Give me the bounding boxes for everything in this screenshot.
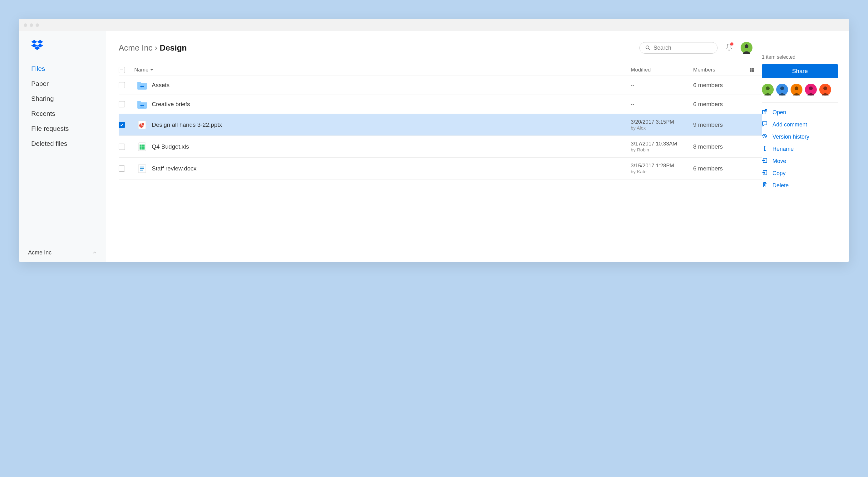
history-icon [762,133,768,140]
svg-point-28 [795,87,798,90]
row-checkbox[interactable] [119,82,125,88]
action-label: Delete [772,182,789,189]
notification-badge [730,42,734,45]
table-row[interactable]: Creative briefs -- 6 members [119,95,762,114]
member-avatar[interactable] [776,84,788,96]
action-label: Move [772,158,786,164]
account-name: Acme Inc [28,249,52,256]
svg-point-8 [143,86,144,87]
column-header-name[interactable]: Name [134,67,631,73]
delete-action[interactable]: Delete [762,182,838,189]
table-row[interactable]: Design all hands 3-22.pptx 3/20/2017 3:1… [119,114,762,135]
share-button[interactable]: Share [762,64,838,78]
svg-point-27 [780,87,784,90]
svg-rect-13 [140,145,141,146]
notifications-button[interactable] [725,43,733,52]
column-header-modified[interactable]: Modified [631,67,693,73]
dropbox-logo-icon[interactable] [19,40,106,61]
breadcrumb: Acme Inc › Design [119,43,187,53]
move-action[interactable]: Move [762,158,838,165]
chevron-up-icon [93,249,96,256]
file-members: 8 members [693,143,749,150]
content-area: Acme Inc › Design Search [106,31,762,262]
svg-rect-5 [750,70,751,72]
breadcrumb-parent[interactable]: Acme Inc [119,43,152,53]
row-checkbox[interactable] [119,165,125,172]
window-close-dot[interactable] [24,24,27,27]
window-minimize-dot[interactable] [30,24,33,27]
file-modified: -- [631,82,693,88]
file-table: Name Modified Members Assets -- [119,64,762,180]
svg-rect-4 [752,68,754,70]
sidebar-item-file-requests[interactable]: File requests [19,121,106,136]
member-avatars [762,84,838,103]
file-members: 6 members [693,165,749,172]
open-action[interactable]: Open [762,109,838,116]
table-row[interactable]: Q4 Budget.xls 3/17/2017 10:33AM by Robin… [119,135,762,157]
file-name: Assets [150,82,631,89]
table-row[interactable]: Assets -- 6 members [119,75,762,95]
action-label: Add comment [772,121,807,128]
history-action[interactable]: Version history [762,133,838,140]
svg-line-1 [649,49,650,50]
member-avatar[interactable] [805,84,817,96]
window-titlebar [19,19,849,31]
breadcrumb-separator: › [155,43,158,53]
file-members: 9 members [693,121,749,128]
search-input[interactable]: Search [640,42,717,54]
row-checkbox[interactable] [119,122,125,128]
sidebar-item-recents[interactable]: Recents [19,106,106,121]
svg-rect-21 [143,148,145,150]
row-checkbox[interactable] [119,101,125,107]
member-avatar[interactable] [790,84,802,96]
account-switcher[interactable]: Acme Inc [19,243,106,262]
svg-point-0 [646,46,649,49]
file-name: Creative briefs [150,101,631,108]
table-header: Name Modified Members [119,64,762,75]
xls-icon [134,142,150,151]
svg-rect-19 [140,148,141,150]
file-name: Staff review.docx [150,165,631,172]
sidebar-item-paper[interactable]: Paper [19,76,106,91]
select-all-checkbox[interactable] [119,67,125,73]
view-toggle-button[interactable] [749,67,762,72]
member-avatar[interactable] [762,84,774,96]
ppt-icon [134,120,150,130]
svg-rect-16 [140,147,141,148]
sidebar: Files Paper Sharing Recents File request… [19,31,106,262]
copy-action[interactable]: Copy [762,170,838,177]
page-header: Acme Inc › Design Search [119,42,762,54]
sidebar-item-sharing[interactable]: Sharing [19,91,106,106]
svg-point-10 [143,105,144,106]
svg-rect-14 [142,145,143,146]
action-label: Rename [772,146,794,152]
window-maximize-dot[interactable] [36,24,39,27]
svg-point-2 [745,44,748,48]
comment-icon [762,121,768,128]
search-placeholder: Search [653,45,671,51]
action-label: Open [772,109,786,116]
file-modified: 3/20/2017 3:15PM by Alex [631,119,693,130]
selection-count: 1 item selected [762,54,838,60]
row-checkbox[interactable] [119,144,125,150]
svg-rect-3 [750,68,751,70]
open-icon [762,109,768,116]
column-header-members[interactable]: Members [693,67,749,73]
app-window: Files Paper Sharing Recents File request… [19,19,849,262]
sort-down-icon [150,68,153,71]
file-name: Design all hands 3-22.pptx [150,121,631,128]
folder-shared-icon [134,100,150,108]
user-avatar[interactable] [741,42,752,54]
doc-icon [134,164,150,173]
table-row[interactable]: Staff review.docx 3/15/2017 1:28PM by Ka… [119,157,762,180]
copy-icon [762,170,768,177]
file-modified: 3/15/2017 1:28PM by Kate [631,163,693,174]
comment-action[interactable]: Add comment [762,121,838,128]
file-modified: 3/17/2017 10:33AM by Robin [631,141,693,152]
sidebar-item-deleted-files[interactable]: Deleted files [19,136,106,151]
file-actions: OpenAdd commentVersion historyRenameMove… [762,109,838,189]
rename-action[interactable]: Rename [762,146,838,153]
sidebar-item-files[interactable]: Files [19,61,106,76]
svg-point-7 [141,86,142,87]
member-avatar[interactable] [819,84,831,96]
